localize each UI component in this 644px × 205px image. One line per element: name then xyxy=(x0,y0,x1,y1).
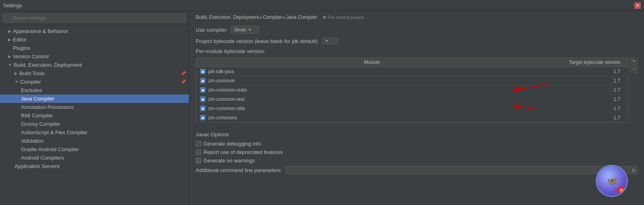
project-note: ✱ For current project xyxy=(323,15,364,20)
breadcrumb-sep2: ▸ xyxy=(283,14,286,20)
avatar-symbol: 🦋 xyxy=(607,176,617,186)
module-icon: ▣ xyxy=(200,87,206,93)
cmd-params-input[interactable] xyxy=(286,166,629,174)
arrow-icon: ▶ xyxy=(8,37,11,42)
dropdown-arrow-icon: ▼ xyxy=(248,28,252,32)
avatar-badge: 简 xyxy=(617,186,626,195)
sidebar-item-label: Build Tools xyxy=(19,70,45,76)
add-row-button[interactable]: + xyxy=(630,57,638,65)
search-input[interactable] xyxy=(3,14,186,23)
sidebar-item-label: Compiler xyxy=(20,79,41,85)
module-version: 1.7 xyxy=(548,95,628,104)
use-compiler-value: Javac xyxy=(234,27,246,33)
sidebar-item-label: Excludes xyxy=(21,87,42,93)
sidebar-item-label: Java Compiler xyxy=(21,96,54,102)
sidebar-item-label: Version Control xyxy=(13,53,49,59)
sidebar-item-annotation-processors[interactable]: Annotation Processors xyxy=(0,103,189,111)
table-header: Module Target bytecode version xyxy=(196,58,628,67)
table-row[interactable]: ▣ zm-common-utils 1.7 xyxy=(196,104,628,113)
breadcrumb-sep1: ▸ xyxy=(260,14,262,20)
sidebar-item-compiler[interactable]: ▼ Compiler 📌 xyxy=(0,78,189,86)
module-icon: ▣ xyxy=(200,96,206,102)
sidebar-item-label: Application Servers xyxy=(14,163,60,169)
no-warnings-checkbox[interactable] xyxy=(196,158,201,163)
avatar-inner: 🦋 简 xyxy=(597,166,627,196)
debug-label: Generate debugging info xyxy=(203,141,261,147)
sidebar-item-label: RMI Compiler xyxy=(21,113,53,119)
module-name: ▣ zm-common-redis xyxy=(196,86,548,94)
module-icon: ▣ xyxy=(200,106,206,111)
module-table: Module Target bytecode version ▣ pili-sd… xyxy=(196,57,629,123)
checkbox-row-debug: Generate debugging info xyxy=(196,141,638,147)
sidebar-item-appearance[interactable]: ▶ Appearance & Behavior xyxy=(0,27,189,35)
sidebar-item-plugins[interactable]: ▶ Plugins xyxy=(0,44,189,52)
sidebar-item-label: Plugins xyxy=(13,45,30,51)
checkbox-row-deprecated: Report use of deprecated features xyxy=(196,149,638,155)
sidebar-tree: ▶ Appearance & Behavior ▶ Editor ▶ Plugi… xyxy=(0,25,189,205)
settings-content: Use compiler: Javac ▼ Project bytecode v… xyxy=(189,22,644,205)
arrow-down-icon: ▼ xyxy=(8,63,12,67)
settings-window: Settings ✕ 🔍 ▶ Appearance & Behavior xyxy=(0,0,644,205)
module-name: ▣ zm-common-utils xyxy=(196,104,548,113)
per-module-label: Per-module bytecode version: xyxy=(196,48,638,54)
sidebar-item-label: Annotation Processors xyxy=(21,104,74,110)
deprecated-label: Report use of deprecated features xyxy=(203,149,283,155)
close-button[interactable]: ✕ xyxy=(634,2,641,9)
module-icon: ▣ xyxy=(200,78,206,84)
breadcrumb: Build, Execution, Deployment ▸ Compiler … xyxy=(189,11,644,22)
sidebar-item-gradle-android[interactable]: Gradle-Android Compiler xyxy=(0,145,189,154)
avatar: 🦋 简 xyxy=(596,165,628,197)
sidebar-item-application-servers[interactable]: Application Servers xyxy=(0,162,189,170)
col-version: Target bytecode version xyxy=(548,58,628,67)
sidebar-item-rmi-compiler[interactable]: RMI Compiler xyxy=(0,111,189,120)
titlebar: Settings ✕ xyxy=(0,0,644,11)
remove-row-button[interactable]: - xyxy=(630,66,638,73)
main-content: 🔍 ▶ Appearance & Behavior ▶ Editor xyxy=(0,11,644,205)
module-name: ▣ zm-common-rest xyxy=(196,95,548,104)
pin-icon: 📌 xyxy=(181,71,186,76)
sidebar-item-label: Android Compilers xyxy=(21,155,64,161)
table-row[interactable]: ▣ zm-common-rest 1.7 xyxy=(196,95,628,104)
pin-icon2: 📌 xyxy=(181,80,186,84)
sidebar: 🔍 ▶ Appearance & Behavior ▶ Editor xyxy=(0,11,189,205)
table-row[interactable]: ▣ zm-common 1.7 xyxy=(196,76,628,86)
table-row[interactable]: ▣ pili-sdk-java 1.7 xyxy=(196,67,628,76)
module-version: 1.7 xyxy=(548,113,628,122)
sidebar-item-groovy-compiler[interactable]: Groovy Compiler xyxy=(0,120,189,128)
sidebar-item-build-exec[interactable]: ▼ Build, Execution, Deployment xyxy=(0,61,189,69)
sidebar-item-android-compilers[interactable]: Android Compilers xyxy=(0,154,189,162)
arrow-down-icon: ▼ xyxy=(14,80,19,84)
sidebar-item-actionscript[interactable]: ActionScript & Flex Compiler xyxy=(0,128,189,137)
table-row[interactable]: ▣ zm-common-redis 1.7 xyxy=(196,86,628,95)
use-compiler-dropdown[interactable]: Javac ▼ xyxy=(231,26,259,34)
search-box: 🔍 xyxy=(0,11,189,25)
sidebar-item-label: Appearance & Behavior xyxy=(13,28,68,34)
col-module: Module xyxy=(196,58,548,67)
debug-checkbox[interactable] xyxy=(196,141,201,146)
search-wrapper: 🔍 xyxy=(3,14,186,23)
main-panel: Build, Execution, Deployment ▸ Compiler … xyxy=(189,11,644,205)
table-row[interactable]: ▣ zm-commons 1.7 xyxy=(196,113,628,122)
cmd-params-label: Additional command line parameters: xyxy=(196,167,282,173)
bytecode-version-dropdown[interactable]: ▼ xyxy=(322,38,338,44)
use-compiler-row: Use compiler: Javac ▼ xyxy=(196,26,638,34)
module-name: ▣ zm-commons xyxy=(196,113,548,122)
sidebar-item-version-control[interactable]: ▶ Version Control xyxy=(0,52,189,61)
cmd-params-button[interactable]: ⊡ xyxy=(630,166,638,174)
breadcrumb-part3: Java Compiler xyxy=(286,14,317,20)
sidebar-item-editor[interactable]: ▶ Editor xyxy=(0,35,189,44)
breadcrumb-part1: Build, Execution, Deployment xyxy=(196,14,259,20)
sidebar-item-build-tools[interactable]: ▶ Build Tools 📌 xyxy=(0,69,189,78)
javac-title: Javac Options xyxy=(196,131,638,137)
sidebar-item-label: Groovy Compiler xyxy=(21,121,60,127)
module-icon: ▣ xyxy=(200,115,206,121)
sidebar-item-validation[interactable]: Validation xyxy=(0,137,189,145)
bytecode-version-row: Project bytecode version (leave blank fo… xyxy=(196,38,638,44)
titlebar-title: Settings xyxy=(3,2,22,8)
checkbox-row-no-warnings: Generate no warnings xyxy=(196,158,638,164)
deprecated-checkbox[interactable] xyxy=(196,150,201,155)
sidebar-item-label: Validation xyxy=(21,138,43,144)
arrow-icon: ▶ xyxy=(8,29,11,33)
sidebar-item-java-compiler[interactable]: Java Compiler xyxy=(0,94,189,103)
sidebar-item-excludes[interactable]: Excludes xyxy=(0,86,189,94)
